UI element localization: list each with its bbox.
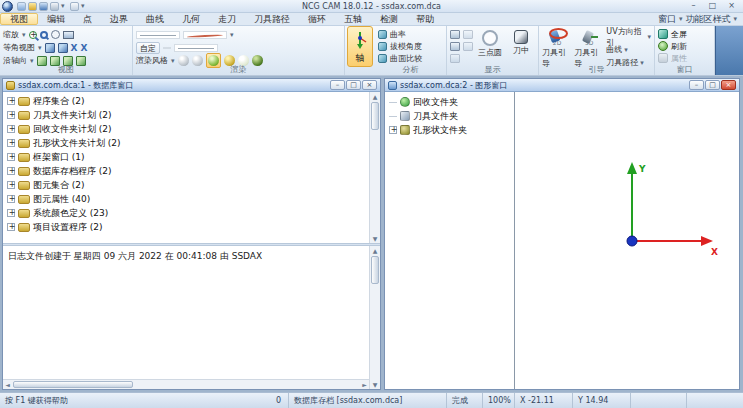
wireframe-render-icon[interactable] xyxy=(178,55,189,66)
tab-geometry[interactable]: 几何 xyxy=(173,13,209,25)
log-h-scrollbar[interactable]: ◄ ► xyxy=(3,379,369,389)
plain-swatch[interactable] xyxy=(174,44,218,52)
window-menu[interactable]: 窗口 xyxy=(658,13,676,26)
textured-render-icon[interactable] xyxy=(252,55,263,66)
save-icon[interactable] xyxy=(39,2,48,11)
gfx-minimize-button[interactable]: – xyxy=(689,80,704,90)
refresh-button[interactable]: 刷新 xyxy=(658,40,711,52)
expand-icon[interactable] xyxy=(389,126,397,134)
scroll-down-icon[interactable]: ▼ xyxy=(370,380,380,389)
expand-icon[interactable] xyxy=(7,97,15,105)
lock-icon[interactable] xyxy=(28,2,37,11)
render-style-dropdown[interactable]: 渲染风格 xyxy=(136,55,168,66)
swatch-dropdown-arrow-icon[interactable]: ▾ xyxy=(230,31,234,39)
app-logo-icon[interactable] xyxy=(2,1,13,12)
along-axis-dropdown[interactable]: 沿轴向 xyxy=(3,55,27,66)
tab-toolpath[interactable]: 刀具路径 xyxy=(245,13,299,25)
tab-fiveaxis[interactable]: 五轴 xyxy=(335,13,371,25)
expand-icon[interactable] xyxy=(7,139,15,147)
iso-view-arrow-icon[interactable]: ▾ xyxy=(38,44,42,52)
scroll-thumb[interactable] xyxy=(371,256,379,284)
tree-item-system-color-defs[interactable]: 系统颜色定义 (23) xyxy=(7,206,369,220)
show-surfaces-icon[interactable] xyxy=(450,30,460,39)
tree-item-entity-properties[interactable]: 图元属性 (40) xyxy=(7,192,369,206)
fit-view-icon[interactable]: X xyxy=(71,43,78,53)
zoom-in-icon[interactable] xyxy=(29,31,37,39)
scroll-up-icon[interactable]: ▲ xyxy=(370,92,380,101)
material-swatch[interactable] xyxy=(183,31,227,39)
print-icon[interactable] xyxy=(50,2,59,11)
zoom-dropdown[interactable]: 缩放 xyxy=(3,29,19,40)
graphics-window-titlebar[interactable]: ssdax.com.dca:2 - 图形窗口 – □ × xyxy=(385,79,739,92)
scroll-thumb[interactable] xyxy=(371,102,379,130)
show-holes-icon[interactable] xyxy=(463,42,473,51)
tree-item-db-archive-program[interactable]: 数据库存档程序 (2) xyxy=(7,164,369,178)
edit-icon[interactable] xyxy=(17,2,26,11)
custom-button[interactable]: 自定 xyxy=(136,42,160,54)
iso-view-1-icon[interactable] xyxy=(45,43,55,53)
db-restore-button[interactable]: □ xyxy=(346,80,361,90)
tree-item-frame-window[interactable]: 框架窗口 (1) xyxy=(7,150,369,164)
curve-guide-dropdown[interactable]: 曲线 ▾ xyxy=(606,44,651,55)
workbook-icon[interactable] xyxy=(70,2,79,11)
render-style-arrow-icon[interactable]: ▾ xyxy=(171,57,175,65)
print-dropdown-icon[interactable]: ▾ xyxy=(61,2,68,11)
maximize-button[interactable]: □ xyxy=(703,1,722,12)
show-edges-icon[interactable] xyxy=(450,42,460,51)
three-point-circle-button[interactable]: 三点圆 xyxy=(476,28,504,69)
tree-item-project-settings[interactable]: 项目设置程序 (2) xyxy=(7,220,369,234)
axis-view-neg-icon[interactable] xyxy=(76,56,86,66)
expand-icon[interactable] xyxy=(7,195,15,203)
expand-icon[interactable] xyxy=(7,153,15,161)
curvature-button[interactable]: 曲率 xyxy=(378,28,443,40)
log-scrollbar[interactable]: ▲ ▼ xyxy=(369,246,380,389)
tool-guide-2d-button[interactable]: 2D 刀具引导 xyxy=(542,28,572,69)
tool-guide-3d-button[interactable]: 3D 刀具引导 xyxy=(574,28,604,69)
graphics-canvas[interactable]: Y X xyxy=(515,92,739,389)
fit-all-icon[interactable]: X xyxy=(80,43,87,53)
tab-point[interactable]: 点 xyxy=(74,13,101,25)
expand-icon[interactable] xyxy=(7,167,15,175)
gfx-close-button[interactable]: × xyxy=(721,80,736,90)
ribbon-style-arrow-icon[interactable]: ▾ xyxy=(733,15,737,23)
expand-icon[interactable] xyxy=(7,209,15,217)
tab-curve[interactable]: 曲线 xyxy=(137,13,173,25)
close-button[interactable]: × xyxy=(722,1,741,12)
tree-item-tool-folder[interactable]: 刀具文件夹 xyxy=(389,109,513,123)
scroll-thumb[interactable] xyxy=(13,381,133,388)
redraw-icon[interactable] xyxy=(63,31,74,39)
scroll-up-icon[interactable]: ▲ xyxy=(370,246,380,255)
tree-item-program-collection[interactable]: 程序集合 (2) xyxy=(7,94,369,108)
axis-view-y-icon[interactable] xyxy=(50,56,60,66)
zoom-previous-icon[interactable] xyxy=(51,30,60,39)
expand-icon[interactable] xyxy=(7,111,15,119)
hidden-line-render-icon[interactable] xyxy=(192,55,203,66)
scroll-down-icon[interactable]: ▼ xyxy=(370,234,380,243)
tab-boundary[interactable]: 边界 xyxy=(101,13,137,25)
zoom-dropdown-arrow-icon[interactable]: ▾ xyxy=(22,31,26,39)
axis-toggle-button[interactable]: 轴 xyxy=(347,26,373,67)
expand-icon[interactable] xyxy=(7,181,15,189)
db-close-button[interactable]: × xyxy=(362,80,377,90)
database-window-titlebar[interactable]: ssdax.com.dca:1 - 数据库窗口 – □ × xyxy=(3,79,380,92)
tab-edit[interactable]: 编辑 xyxy=(38,13,74,25)
tree-scrollbar[interactable]: ▲ ▼ xyxy=(369,92,380,243)
tab-view[interactable]: 视图 xyxy=(0,13,38,25)
uv-direction-guide-dropdown[interactable]: UV方向指引 ▾ xyxy=(606,31,651,42)
along-axis-arrow-icon[interactable]: ▾ xyxy=(30,57,34,65)
draft-angle-button[interactable]: 拔模角度 xyxy=(378,40,443,52)
show-normals-icon[interactable] xyxy=(463,30,473,39)
show-points-icon[interactable] xyxy=(450,54,460,63)
properties-button[interactable]: 属性 xyxy=(658,52,711,64)
surface-compare-button[interactable]: 曲面比较 xyxy=(378,52,443,64)
tree-item-recycle-folder-plan[interactable]: 回收文件夹计划 (2) xyxy=(7,122,369,136)
tab-passes[interactable]: 走刀 xyxy=(209,13,245,25)
ribbon-style-menu[interactable]: 功能区样式 xyxy=(685,13,730,26)
expand-icon[interactable] xyxy=(7,223,15,231)
db-minimize-button[interactable]: – xyxy=(330,80,345,90)
fullscreen-button[interactable]: 全屏 xyxy=(658,28,711,40)
line-width-swatch[interactable] xyxy=(163,47,171,49)
minimize-button[interactable]: – xyxy=(684,1,703,12)
gfx-restore-button[interactable]: □ xyxy=(705,80,720,90)
iso-view-2-icon[interactable] xyxy=(58,43,68,53)
